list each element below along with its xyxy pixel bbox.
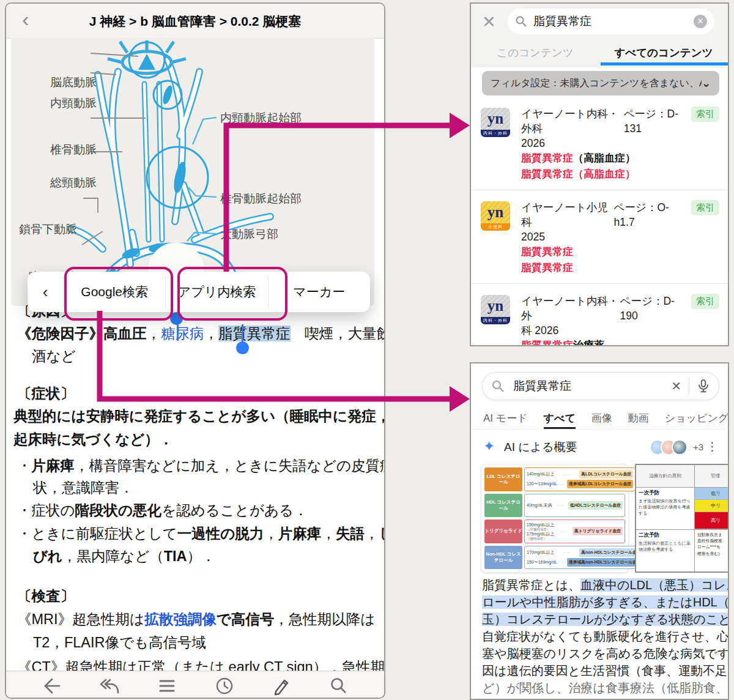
treatment-policy-table-image[interactable]: 治療方針の原則管理一次予防まず生活習慣の改善を行った後薬物療法の適用を考慮する低… — [635, 464, 729, 573]
criteria-label: HDL コレステロール — [484, 494, 522, 518]
article-line: ・症状の階段状の悪化を認めることがある． — [17, 501, 308, 520]
close-icon[interactable]: ✕ — [482, 12, 496, 32]
diagram-label-vertebral-origin: 椎骨動脈起始部 — [220, 191, 302, 207]
result-match-line: 脂質異常症（高脂血症） — [521, 166, 718, 182]
diagram-label-ica-origin: 内頸動脈起始部 — [220, 110, 302, 126]
diagram-label-subclavian: 鎖骨下動脈 — [19, 222, 77, 237]
menu-lines-icon[interactable] — [157, 676, 177, 696]
ai-overview-line: 自覚症状がなくても動脈硬化を進行させ、心筋梗 — [482, 628, 724, 645]
arrowhead-top — [450, 113, 470, 138]
ai-overview-line: ロールや中性脂肪が多すぎる、またはHDL（善 — [482, 594, 724, 611]
result-title: イヤーノート内科・外 — [521, 294, 620, 323]
ai-overview-label: AI による概要 — [504, 439, 577, 455]
article-line: 酒など — [32, 346, 76, 366]
ai-overview-line: 中心）、運動療法（有酸素運動）、場合によって — [482, 696, 724, 700]
divider — [689, 378, 689, 394]
index-badge: 索引 — [691, 294, 719, 309]
app-header: ‹ J 神経 > b 脳血管障害 > 0.0.2 脳梗塞 — [6, 4, 384, 39]
index-badge: 索引 — [691, 200, 719, 215]
back-arrow-icon[interactable] — [42, 676, 62, 696]
article-line: T2，FLAIR像でも高信号域 — [33, 633, 206, 652]
google-tab-すべて[interactable]: すべて — [544, 406, 576, 429]
lipid-criteria-image[interactable]: LDL コレステロール140mg/dL以上⋯⋯高LDLコレステロール血症120〜… — [481, 464, 629, 573]
artery-diagram: 脳底動脈 内頸動脈 椎骨動脈 総頸動脈 鎖骨下動脈 腕頭動脈 内頸動脈起始部 椎… — [11, 38, 374, 306]
search-result-row[interactable]: yn内科・外科イヤーノート内科・外ページ：D-190科 2026脂質異常症治療薬… — [471, 284, 728, 346]
menu-prev-chevron[interactable]: ‹ — [28, 272, 63, 312]
microphone-icon[interactable] — [697, 379, 710, 393]
search-query-text: 脂質異常症 — [533, 13, 694, 29]
search-result-row[interactable]: yn小児科イヤーノート小児科ページ：O-h1.72025脂質異常症脂質異常症索引 — [471, 190, 728, 284]
criteria-label: トリグリセライド — [484, 519, 522, 543]
in-app-search-panel: ✕ 脂質異常症 ✕ このコンテンツ すべてのコンテンツ フィルタ設定：未購入コン… — [470, 2, 729, 346]
google-search-panel: 脂質異常症 ✕ AI モードすべて画像動画ショッピングシ ✦ AI による概要 … — [470, 362, 729, 700]
selection-handle-end[interactable] — [236, 341, 249, 354]
article-line: 典型的には安静時に発症することが多い（睡眠中に発症， — [13, 406, 385, 426]
result-match-line: 脂質異常症 — [521, 244, 718, 260]
google-tab-AI モード[interactable]: AI モード — [483, 406, 528, 429]
content-icon: yn内科・外科 — [481, 295, 510, 324]
search-input[interactable]: 脂質異常症 ✕ — [508, 9, 714, 34]
selection-caret-end[interactable] — [242, 324, 243, 343]
article-line: 《危険因子》高血圧，糖尿病，脂質異常症 喫煙，大量飲 — [17, 324, 385, 343]
article-line: 〔検査〕 — [17, 586, 75, 606]
diagram-label-cca: 総頸動脈 — [50, 175, 97, 191]
diagram-label-basilar: 脳底動脈 — [50, 75, 97, 91]
chevron-down-icon: ⌄ — [702, 76, 711, 90]
content-icon: yn小児科 — [481, 201, 510, 231]
article-line: びれ，黒内障など（TIA）． — [33, 546, 216, 566]
search-results-list: yn内科・外科イヤーノート内科・外科ページ：D-1312026脂質異常症（高脂血… — [471, 97, 728, 346]
google-tab-画像[interactable]: 画像 — [591, 406, 612, 429]
tab-all-content[interactable]: すべてのコンテンツ — [599, 39, 728, 65]
diagram-label-vertebral: 椎骨動脈 — [50, 142, 97, 158]
selection-caret-start[interactable] — [177, 322, 179, 341]
google-tab-動画[interactable]: 動画 — [628, 406, 649, 429]
content-icon: yn内科・外科 — [481, 108, 510, 137]
medical-app-window: ‹ J 神経 > b 脳血管障害 > 0.0.2 脳梗塞 — [5, 2, 385, 699]
filter-settings-label: フィルタ設定：未購入コンテンツを含まない、AND… — [491, 77, 702, 90]
source-avatars[interactable] — [654, 439, 688, 455]
arrowhead-bottom — [450, 386, 470, 412]
ai-overview-body-text: 脂質異常症とは、血液中のLDL（悪玉）コレステロールや中性脂肪が多すぎる、または… — [482, 576, 724, 700]
google-search-input[interactable]: 脂質異常症 ✕ — [482, 372, 719, 400]
ai-overview-header: ✦ AI による概要 +3 ⋮ — [471, 437, 728, 458]
result-match-line: 脂質異常症 — [521, 260, 718, 276]
more-sources-count[interactable]: +3 — [693, 442, 703, 452]
ai-overview-line: 塞や脳梗塞のリスクを高める危険な病気です。原 — [482, 645, 724, 662]
criteria-label: Non-HDL コレステロール — [484, 546, 522, 570]
ai-overview-line: ど）が関係し、治療は食事療法（低脂肪食、和食 — [482, 679, 724, 696]
article-line: 状，意識障害． — [33, 478, 134, 497]
article-line: 〔症状〕 — [17, 384, 75, 403]
article-line: 起床時に気づくなど）． — [13, 430, 173, 449]
search-icon — [491, 379, 505, 393]
article-line: ・ときに前駆症状として一過性の脱力，片麻痺，失語，し — [17, 524, 385, 543]
app-bottom-toolbar — [6, 671, 384, 699]
search-icon — [515, 15, 527, 28]
kebab-menu-icon[interactable]: ⋮ — [706, 439, 718, 453]
google-query-text: 脂質異常症 — [513, 378, 671, 394]
ai-overview-line: 脂質異常症とは、血液中のLDL（悪玉）コレステ — [482, 576, 724, 594]
index-badge: 索引 — [691, 106, 719, 122]
ai-overview-line: 玉）コレステロールが少なすぎる状態のこと で、 — [482, 611, 724, 628]
result-match-line: 脂質異常症治療薬 — [521, 338, 718, 346]
diagram-label-ica: 内頸動脈 — [50, 95, 97, 111]
criteria-label: LDL コレステロール — [484, 467, 522, 491]
result-title: イヤーノート小児科 — [521, 200, 614, 229]
article-line: ・片麻痺，構音障害などに加え，ときに失語などの皮質症 — [17, 456, 385, 475]
undo-reply-icon[interactable] — [98, 676, 120, 696]
article-line: 《MRI》超急性期は拡散強調像で高信号，急性期以降は — [17, 609, 375, 629]
tab-this-content[interactable]: このコンテンツ — [471, 39, 599, 65]
search-result-row[interactable]: yn内科・外科イヤーノート内科・外科ページ：D-1312026脂質異常症（高脂血… — [471, 97, 728, 190]
pencil-icon[interactable] — [271, 676, 292, 696]
diagram-label-aortic-arch: 大動脈弓部 — [220, 226, 278, 242]
result-match-line: 脂質異常症（高脂血症） — [521, 151, 718, 166]
google-tab-ショッピング[interactable]: ショッピング — [665, 406, 728, 429]
history-clock-icon[interactable] — [214, 676, 235, 696]
search-icon[interactable] — [328, 676, 349, 696]
clear-query-icon[interactable]: ✕ — [671, 379, 681, 393]
google-result-tabs: AI モードすべて画像動画ショッピングシ — [471, 406, 728, 430]
breadcrumb-title: J 神経 > b 脳血管障害 > 0.0.2 脳梗塞 — [6, 13, 384, 30]
clear-input-icon[interactable]: ✕ — [694, 15, 707, 28]
annotation-box-google-search — [64, 267, 173, 321]
annotation-box-inapp-search — [177, 267, 287, 321]
filter-settings-bar[interactable]: フィルタ設定：未購入コンテンツを含まない、AND… ⌄ — [482, 71, 719, 95]
